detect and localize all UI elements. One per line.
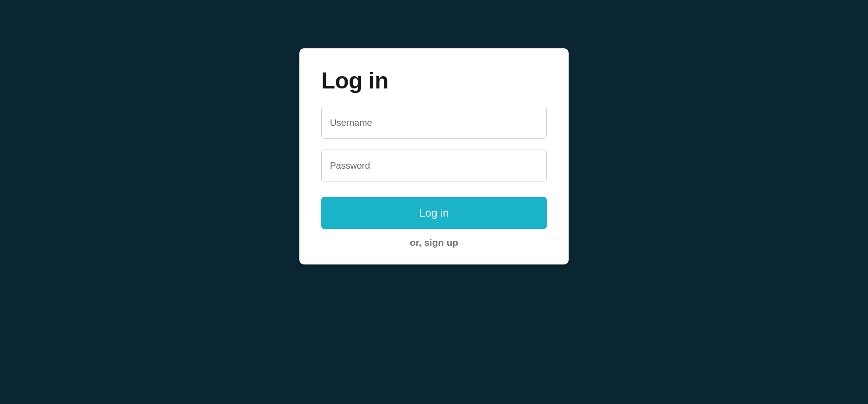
login-card: Log in Log in or, sign up — [299, 48, 569, 264]
password-group — [321, 150, 547, 181]
username-input[interactable] — [321, 107, 547, 139]
page-title: Log in — [321, 67, 547, 94]
login-button[interactable]: Log in — [321, 197, 547, 229]
password-input[interactable] — [321, 150, 547, 181]
signup-link[interactable]: or, sign up — [321, 237, 547, 248]
username-group — [321, 107, 547, 139]
